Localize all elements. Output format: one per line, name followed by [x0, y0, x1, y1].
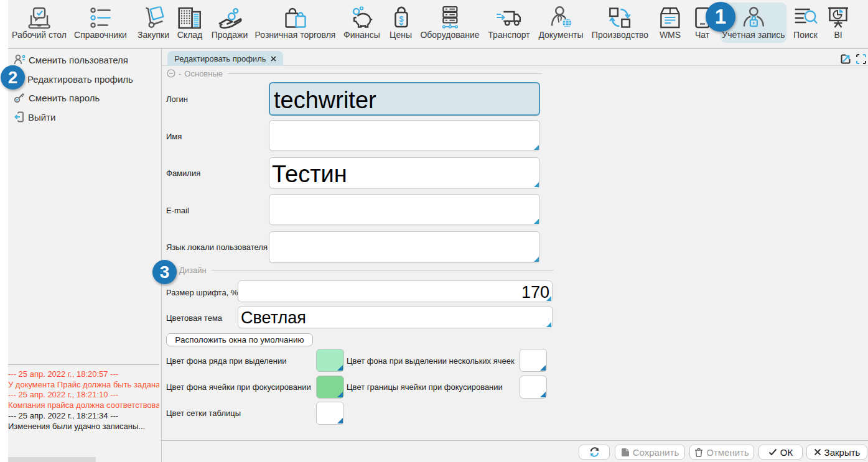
svg-text:$: $	[399, 14, 404, 24]
